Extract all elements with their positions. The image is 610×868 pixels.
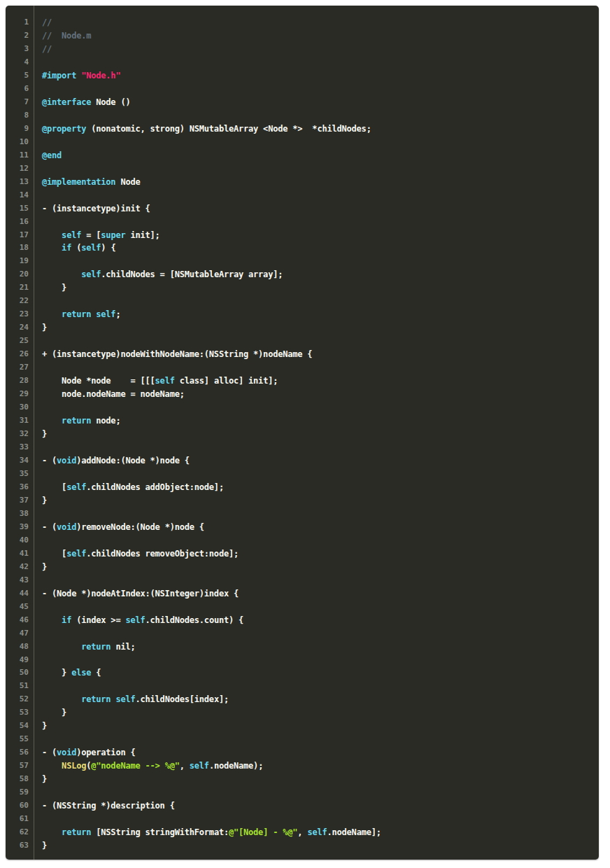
code-line-21[interactable]: 21 } xyxy=(6,281,599,295)
line-number: 36 xyxy=(6,481,29,494)
code-line-42[interactable]: 42} xyxy=(6,561,599,574)
code-text: // xyxy=(29,43,599,56)
line-number: 9 xyxy=(6,122,29,136)
code-line-11[interactable]: 11@end xyxy=(6,149,599,162)
line-number: 57 xyxy=(6,760,29,773)
code-line-14[interactable]: 14 xyxy=(6,189,599,202)
code-line-9[interactable]: 9@property (nonatomic, strong) NSMutable… xyxy=(6,122,599,136)
line-number: 63 xyxy=(6,839,29,853)
code-line-7[interactable]: 7@interface Node () xyxy=(6,96,599,109)
code-line-54[interactable]: 54} xyxy=(6,720,599,733)
code-line-37[interactable]: 37} xyxy=(6,494,599,507)
code-line-8[interactable]: 8 xyxy=(6,109,599,122)
code-line-45[interactable]: 45 xyxy=(6,601,599,614)
code-line-6[interactable]: 6 xyxy=(6,83,599,96)
line-number: 56 xyxy=(6,746,29,760)
code-line-44[interactable]: 44- (Node *)nodeAtIndex:(NSInteger)index… xyxy=(6,587,599,601)
line-number: 58 xyxy=(6,773,29,786)
code-line-36[interactable]: 36 [self.childNodes addObject:node]; xyxy=(6,481,599,494)
code-line-38[interactable]: 38 xyxy=(6,507,599,521)
line-number: 23 xyxy=(6,308,29,321)
line-number: 28 xyxy=(6,374,29,388)
code-line-34[interactable]: 34- (void)addNode:(Node *)node { xyxy=(6,454,599,468)
code-text: #import "Node.h" xyxy=(29,69,599,83)
line-number: 21 xyxy=(6,281,29,295)
code-line-49[interactable]: 49 xyxy=(6,654,599,667)
code-line-46[interactable]: 46 if (index >= self.childNodes.count) { xyxy=(6,614,599,627)
code-line-33[interactable]: 33 xyxy=(6,441,599,454)
code-line-22[interactable]: 22 xyxy=(6,295,599,308)
code-line-39[interactable]: 39- (void)removeNode:(Node *)node { xyxy=(6,521,599,534)
line-number: 51 xyxy=(6,680,29,693)
line-number: 47 xyxy=(6,627,29,640)
code-text: + (instancetype)nodeWithNodeName:(NSStri… xyxy=(29,348,599,361)
code-line-58[interactable]: 58} xyxy=(6,773,599,786)
code-line-23[interactable]: 23 return self; xyxy=(6,308,599,321)
code-line-20[interactable]: 20 self.childNodes = [NSMutableArray arr… xyxy=(6,268,599,281)
line-number: 12 xyxy=(6,162,29,176)
code-line-5[interactable]: 5#import "Node.h" xyxy=(6,69,599,83)
line-number: 17 xyxy=(6,229,29,242)
code-editor[interactable]: 1//2// Node.m3//45#import "Node.h"67@int… xyxy=(6,6,599,860)
code-line-62[interactable]: 62 return [NSString stringWithFormat:@"[… xyxy=(6,826,599,839)
code-line-16[interactable]: 16 xyxy=(6,216,599,229)
code-text xyxy=(29,507,599,521)
line-number: 62 xyxy=(6,826,29,839)
code-text xyxy=(29,56,599,69)
code-text: @property (nonatomic, strong) NSMutableA… xyxy=(29,122,599,136)
code-line-60[interactable]: 60- (NSString *)description { xyxy=(6,799,599,813)
line-number: 40 xyxy=(6,534,29,547)
code-line-24[interactable]: 24} xyxy=(6,321,599,335)
code-text: @implementation Node xyxy=(29,176,599,189)
code-line-51[interactable]: 51 xyxy=(6,680,599,693)
code-line-61[interactable]: 61 xyxy=(6,813,599,826)
code-line-4[interactable]: 4 xyxy=(6,56,599,69)
code-line-28[interactable]: 28 Node *node = [[[self class] alloc] in… xyxy=(6,374,599,388)
code-text xyxy=(29,216,599,229)
code-line-25[interactable]: 25 xyxy=(6,335,599,348)
code-line-32[interactable]: 32} xyxy=(6,428,599,441)
code-text: // Node.m xyxy=(29,29,599,43)
code-line-63[interactable]: 63} xyxy=(6,839,599,853)
code-line-18[interactable]: 18 if (self) { xyxy=(6,241,599,255)
code-text xyxy=(29,441,599,454)
code-line-31[interactable]: 31 return node; xyxy=(6,414,599,428)
line-number: 13 xyxy=(6,176,29,189)
code-text: if (index >= self.childNodes.count) { xyxy=(29,614,599,627)
code-line-10[interactable]: 10 xyxy=(6,136,599,149)
code-text: [self.childNodes addObject:node]; xyxy=(29,481,599,494)
code-line-40[interactable]: 40 xyxy=(6,534,599,547)
code-text: - (void)removeNode:(Node *)node { xyxy=(29,521,599,534)
code-line-19[interactable]: 19 xyxy=(6,255,599,268)
code-line-55[interactable]: 55 xyxy=(6,733,599,746)
code-line-53[interactable]: 53 } xyxy=(6,706,599,720)
code-line-43[interactable]: 43 xyxy=(6,574,599,587)
line-number: 33 xyxy=(6,441,29,454)
code-line-41[interactable]: 41 [self.childNodes removeObject:node]; xyxy=(6,547,599,561)
code-line-48[interactable]: 48 return nil; xyxy=(6,640,599,654)
code-line-12[interactable]: 12 xyxy=(6,162,599,176)
code-text xyxy=(29,361,599,374)
code-line-50[interactable]: 50 } else { xyxy=(6,666,599,680)
code-text xyxy=(29,786,599,799)
code-line-27[interactable]: 27 xyxy=(6,361,599,374)
code-line-56[interactable]: 56- (void)operation { xyxy=(6,746,599,760)
code-line-59[interactable]: 59 xyxy=(6,786,599,799)
code-line-30[interactable]: 30 xyxy=(6,401,599,414)
code-line-26[interactable]: 26+ (instancetype)nodeWithNodeName:(NSSt… xyxy=(6,348,599,361)
code-line-35[interactable]: 35 xyxy=(6,468,599,481)
code-text xyxy=(29,654,599,667)
code-line-52[interactable]: 52 return self.childNodes[index]; xyxy=(6,693,599,706)
line-number: 37 xyxy=(6,494,29,507)
code-line-17[interactable]: 17 self = [super init]; xyxy=(6,229,599,242)
line-number: 44 xyxy=(6,587,29,601)
code-line-47[interactable]: 47 xyxy=(6,627,599,640)
code-line-1[interactable]: 1// xyxy=(6,16,599,29)
code-text: return [NSString stringWithFormat:@"[Nod… xyxy=(29,826,599,839)
code-line-57[interactable]: 57 NSLog(@"nodeName --> %@", self.nodeNa… xyxy=(6,760,599,773)
code-line-3[interactable]: 3// xyxy=(6,43,599,56)
code-line-13[interactable]: 13@implementation Node xyxy=(6,176,599,189)
code-line-2[interactable]: 2// Node.m xyxy=(6,29,599,43)
code-line-29[interactable]: 29 node.nodeName = nodeName; xyxy=(6,388,599,401)
code-line-15[interactable]: 15- (instancetype)init { xyxy=(6,202,599,216)
